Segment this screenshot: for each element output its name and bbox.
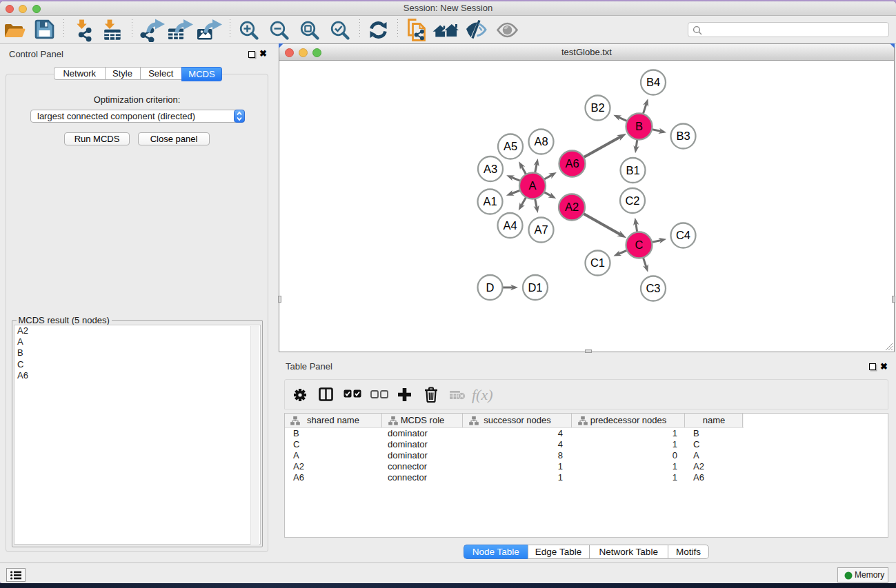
svg-text:C4: C4 bbox=[676, 229, 690, 241]
svg-text:A1: A1 bbox=[483, 195, 497, 207]
svg-text:B4: B4 bbox=[646, 76, 660, 88]
svg-text:A8: A8 bbox=[534, 135, 548, 148]
svg-text:B: B bbox=[635, 120, 643, 132]
svg-text:C2: C2 bbox=[625, 194, 639, 207]
svg-text:B2: B2 bbox=[590, 101, 604, 114]
svg-text:C1: C1 bbox=[590, 256, 605, 269]
svg-text:D1: D1 bbox=[528, 281, 542, 294]
svg-text:B3: B3 bbox=[676, 130, 690, 142]
svg-text:A6: A6 bbox=[565, 157, 579, 170]
svg-text:C: C bbox=[635, 239, 644, 251]
svg-text:A2: A2 bbox=[565, 201, 579, 213]
svg-text:A4: A4 bbox=[503, 219, 517, 232]
svg-text:A: A bbox=[528, 179, 536, 192]
svg-text:A3: A3 bbox=[484, 163, 497, 175]
svg-text:C3: C3 bbox=[646, 282, 660, 294]
svg-text:A5: A5 bbox=[504, 140, 517, 152]
svg-text:D: D bbox=[486, 281, 495, 294]
svg-text:B1: B1 bbox=[626, 164, 639, 176]
svg-text:A7: A7 bbox=[534, 223, 548, 236]
